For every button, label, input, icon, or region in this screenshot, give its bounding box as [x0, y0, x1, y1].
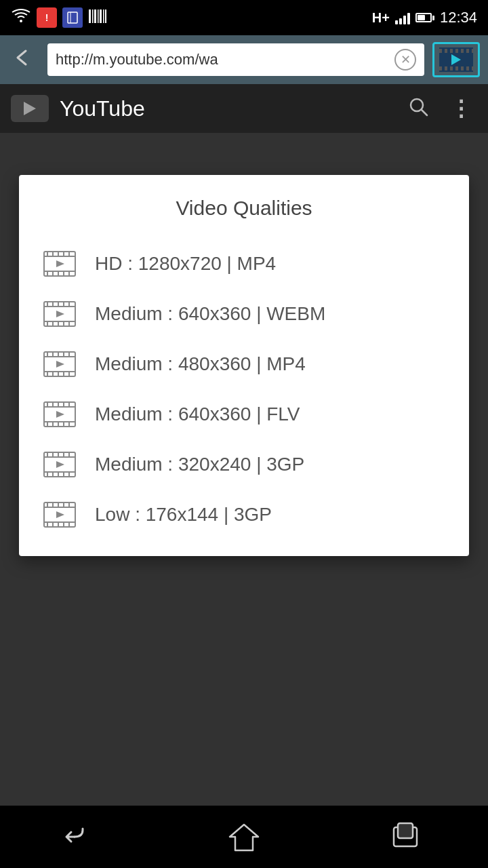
svg-rect-74 [63, 452, 64, 456]
svg-rect-46 [63, 352, 64, 356]
svg-rect-70 [44, 471, 75, 473]
quality-label-6: Low : 176x144 | 3GP [95, 504, 272, 526]
svg-rect-83 [44, 507, 75, 508]
svg-rect-64 [58, 422, 59, 427]
svg-rect-65 [63, 422, 64, 427]
quality-label-2: Medium : 640x360 | WEBM [95, 303, 325, 325]
svg-rect-28 [44, 321, 75, 322]
svg-rect-23 [63, 272, 64, 276]
quality-label-1: HD : 868x488 | MP4 [95, 253, 276, 275]
svg-rect-93 [63, 523, 64, 527]
film-icon-1 [43, 251, 76, 277]
svg-rect-41 [44, 356, 75, 357]
svg-rect-16 [52, 252, 54, 256]
svg-marker-25 [56, 260, 64, 267]
video-qualities-dialog: Video Qualities HD : 868x488 | MP4 [19, 175, 469, 556]
nav-back-button[interactable] [47, 816, 115, 857]
svg-rect-51 [63, 372, 64, 376]
quality-label-5: Medium : 320x240 | 3GP [95, 454, 304, 475]
svg-rect-48 [47, 372, 48, 376]
svg-rect-66 [68, 422, 70, 427]
youtube-title: YouTube [60, 96, 392, 121]
svg-rect-6 [98, 9, 99, 23]
quality-item-1[interactable]: HD : 868x488 | MP4 [19, 239, 469, 289]
svg-rect-17 [58, 252, 59, 256]
signal-bars-icon [395, 11, 410, 24]
svg-rect-30 [52, 302, 54, 306]
svg-rect-24 [68, 272, 70, 276]
svg-rect-44 [52, 352, 54, 356]
svg-marker-53 [56, 361, 64, 368]
svg-rect-35 [52, 322, 54, 326]
svg-rect-36 [58, 322, 59, 326]
svg-rect-21 [52, 272, 54, 276]
film-icon-6 [43, 502, 76, 528]
svg-rect-76 [47, 473, 48, 477]
svg-rect-19 [68, 252, 70, 256]
svg-rect-60 [63, 402, 64, 406]
svg-rect-34 [47, 322, 48, 326]
svg-rect-59 [58, 402, 59, 406]
svg-rect-45 [58, 352, 59, 356]
svg-rect-87 [58, 502, 59, 507]
svg-rect-89 [68, 502, 70, 507]
svg-rect-8 [103, 9, 104, 23]
book-icon [62, 7, 83, 28]
svg-rect-7 [100, 9, 102, 23]
browser-back-button[interactable] [8, 43, 39, 77]
svg-rect-61 [68, 402, 70, 406]
quality-label-4: Medium : 640x360 | FLV [95, 403, 300, 425]
quality-item-4[interactable]: Medium : 640x360 | FLV [19, 389, 469, 439]
svg-rect-73 [58, 452, 59, 456]
more-options-button[interactable]: ⋮ [445, 90, 477, 127]
svg-rect-88 [63, 502, 64, 507]
film-icon-5 [43, 452, 76, 477]
svg-rect-57 [47, 402, 48, 406]
youtube-play-icon [24, 102, 36, 115]
svg-line-11 [422, 110, 427, 115]
svg-rect-9 [105, 9, 106, 23]
clock: 12:34 [440, 9, 477, 26]
quality-label-3: Medium : 480x360 | MP4 [95, 353, 306, 375]
svg-rect-72 [52, 452, 54, 456]
status-bar-left: ! [11, 7, 107, 28]
film-icon-4 [43, 401, 76, 427]
nav-home-button[interactable] [210, 816, 278, 857]
svg-marker-67 [56, 411, 64, 418]
svg-rect-84 [44, 521, 75, 523]
svg-rect-92 [58, 523, 59, 527]
quality-item-3[interactable]: Medium : 480x360 | MP4 [19, 339, 469, 389]
svg-rect-75 [68, 452, 70, 456]
svg-marker-95 [56, 511, 64, 518]
svg-rect-18 [63, 252, 64, 256]
nav-recents-button[interactable] [373, 816, 441, 857]
svg-rect-91 [52, 523, 54, 527]
svg-rect-78 [58, 473, 59, 477]
svg-rect-5 [94, 9, 96, 23]
svg-rect-14 [44, 271, 75, 272]
quality-item-2[interactable]: Medium : 640x360 | WEBM [19, 289, 469, 339]
svg-rect-69 [44, 456, 75, 458]
svg-rect-80 [68, 473, 70, 477]
film-icon-3 [43, 351, 76, 377]
svg-rect-77 [52, 473, 54, 477]
video-download-button[interactable] [432, 42, 480, 77]
svg-point-0 [20, 20, 22, 22]
svg-rect-56 [44, 421, 75, 422]
network-type: H+ [372, 10, 390, 26]
svg-rect-42 [44, 371, 75, 372]
svg-rect-71 [47, 452, 48, 456]
svg-rect-38 [68, 322, 70, 326]
search-button[interactable] [403, 91, 434, 127]
svg-rect-37 [63, 322, 64, 326]
svg-rect-79 [63, 473, 64, 477]
quality-item-5[interactable]: Medium : 320x240 | 3GP [19, 439, 469, 490]
status-bar: ! H+ [0, 0, 488, 35]
clear-url-button[interactable]: ✕ [394, 49, 416, 71]
svg-rect-1 [68, 12, 77, 23]
svg-rect-32 [63, 302, 64, 306]
svg-rect-47 [68, 352, 70, 356]
quality-item-6[interactable]: Low : 176x144 | 3GP [19, 490, 469, 540]
url-input-container[interactable]: http://m.youtube.com/wa ✕ [47, 43, 424, 76]
svg-rect-13 [44, 256, 75, 257]
